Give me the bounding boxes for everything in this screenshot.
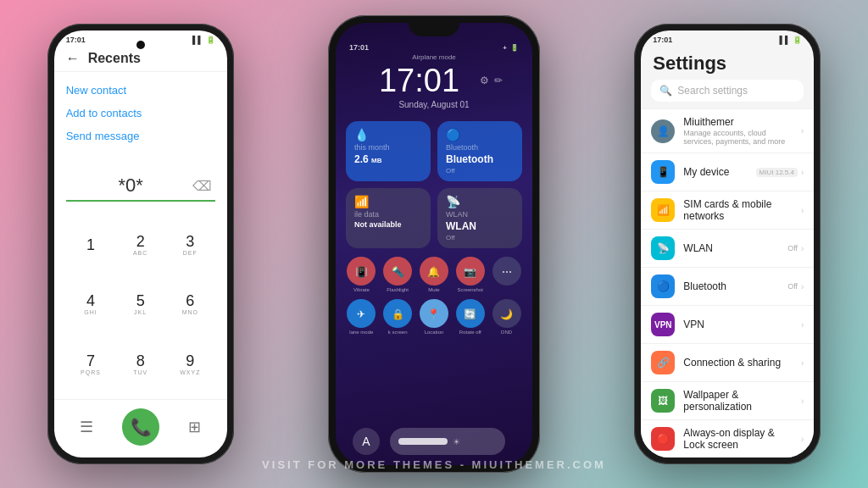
- device-chevron: ›: [801, 168, 804, 177]
- cc-search-button[interactable]: A: [353, 428, 380, 455]
- cc-brightness-control[interactable]: ☀: [390, 428, 505, 455]
- mute-icon: 🔔: [427, 266, 440, 278]
- wlan-content: WLAN: [683, 242, 779, 254]
- settings-item-account[interactable]: 👤 Miuithemer Manage accounts, cloud serv…: [641, 108, 814, 153]
- dial-letters-2: ABC: [133, 250, 147, 256]
- dial-key-7[interactable]: 7 PQRS: [66, 335, 116, 394]
- settings-item-wallpaper[interactable]: 🖼 Wallpaper & personalization ›: [641, 382, 814, 420]
- delete-button[interactable]: ⌫: [192, 178, 212, 194]
- bt-content: Bluetooth: [683, 280, 779, 292]
- cc-btn-dnd-col: 🌙 DND: [491, 299, 522, 335]
- settings-list: 👤 Miuithemer Manage accounts, cloud serv…: [641, 108, 814, 458]
- cc-btn-vibrate[interactable]: 📳: [347, 257, 376, 286]
- connection-chevron: ›: [801, 358, 804, 368]
- edit-icon[interactable]: ✏: [494, 75, 503, 86]
- dial-letters-3: DEF: [183, 250, 198, 256]
- cc-tile-data[interactable]: 💧 this month 2.6 MB: [346, 121, 431, 181]
- cc-btn-mute-col: 🔔 Mute: [419, 257, 450, 292]
- dial-key-9[interactable]: 9 WXYZ: [165, 335, 215, 394]
- dial-letters-6: MNO: [182, 309, 198, 315]
- wallpaper-settings-icon: 🖼: [651, 389, 675, 413]
- settings-title: Settings: [641, 46, 814, 80]
- cc-btn-mute[interactable]: 🔔: [420, 257, 448, 286]
- display-chevron: ›: [801, 435, 804, 444]
- cc-top-icon-row: ⚙ ✏: [480, 75, 503, 86]
- call-button[interactable]: 📞: [122, 408, 159, 446]
- dial-letters-5: JKL: [134, 309, 147, 315]
- signal-icon: ▌▌: [192, 36, 203, 44]
- menu-icon[interactable]: ☰: [80, 418, 93, 436]
- settings-search-bar[interactable]: 🔍 Search settings: [651, 80, 804, 102]
- bt-status: Off: [787, 282, 798, 291]
- bluetooth-icon: 🔵: [446, 128, 514, 141]
- settings-item-vpn[interactable]: VPN VPN ›: [641, 306, 814, 344]
- cc-btn-rotate[interactable]: 🔄: [456, 299, 485, 328]
- cc-tile-bluetooth[interactable]: 🔵 Bluetooth Bluetooth Off: [437, 121, 522, 181]
- vibrate-label: Vibrate: [353, 287, 370, 292]
- cc-buttons-row1: 📳 Vibrate 🔦 Flashlight 🔔 Mute 📷: [336, 253, 532, 296]
- cc-btn-screenshot[interactable]: 📷: [456, 257, 485, 286]
- display-settings-icon: 🔴: [651, 427, 675, 451]
- dial-key-3[interactable]: 3 DEF: [165, 215, 215, 274]
- extra-icon: ⋯: [502, 266, 512, 278]
- wlan-label: WLAN: [446, 210, 514, 219]
- dial-num-7: 7: [86, 353, 95, 369]
- airplane-icon: ✈: [357, 308, 365, 320]
- dial-num-8: 8: [136, 353, 145, 369]
- dial-num-4: 4: [86, 293, 95, 308]
- settings-item-wlan[interactable]: 📡 WLAN Off ›: [641, 230, 814, 268]
- phone-3-screen: 17:01 ▌▌ 🔋 Settings 🔍 Search settings 👤 …: [641, 30, 814, 458]
- vpn-content: VPN: [683, 319, 793, 330]
- dial-num-9: 9: [186, 353, 194, 369]
- cc-btn-airplane[interactable]: ✈: [347, 299, 376, 328]
- cc-btn-flashlight[interactable]: 🔦: [383, 257, 412, 286]
- watermark: VISIT FOR MORE THEMES - MIUITHEMER.COM: [262, 458, 606, 471]
- cc-status-icons: + 🔋: [503, 43, 519, 52]
- account-sub: Manage accounts, cloud services, payment…: [683, 129, 793, 146]
- cc-tiles: 💧 this month 2.6 MB 🔵 Bluetooth Bluetoot…: [336, 116, 532, 253]
- lock-icon: 🔒: [392, 308, 404, 320]
- dial-key-6[interactable]: 6 MNO: [165, 274, 215, 334]
- wlan-chevron: ›: [801, 244, 804, 253]
- back-arrow-icon[interactable]: ←: [66, 51, 80, 66]
- dial-num-1: 1: [86, 237, 95, 252]
- search-icon: 🔍: [659, 85, 672, 97]
- settings-item-display[interactable]: 🔴 Always-on display & Lock screen ›: [641, 420, 814, 458]
- settings-item-device[interactable]: 📱 My device MIUI 12.5.4 ›: [641, 153, 814, 191]
- cc-btn-extra[interactable]: ⋯: [492, 257, 521, 286]
- cc-btn-location[interactable]: 📍: [420, 299, 448, 328]
- device-content: My device: [683, 166, 747, 178]
- settings-item-bluetooth[interactable]: 🔵 Bluetooth Off ›: [641, 268, 814, 306]
- search-placeholder: Search settings: [677, 85, 748, 97]
- cc-btn-lock[interactable]: 🔒: [383, 299, 412, 328]
- settings-item-connection[interactable]: 🔗 Connection & sharing ›: [641, 344, 814, 382]
- status-right-icons-1: ▌▌ 🔋: [192, 36, 215, 44]
- cc-btn-dnd[interactable]: 🌙: [492, 299, 521, 328]
- wlan-value: WLAN: [446, 220, 514, 232]
- send-message-link[interactable]: Send message: [66, 130, 215, 142]
- cc-time-row: 17:01 ⚙ ✏: [336, 64, 532, 98]
- dial-key-4[interactable]: 4 GHI: [66, 274, 116, 334]
- dial-key-8[interactable]: 8 TUV: [115, 335, 165, 394]
- settings-icon[interactable]: ⚙: [480, 75, 489, 86]
- data-icon: 💧: [354, 128, 422, 141]
- cc-btn-rotate-col: 🔄 Rotate off: [454, 299, 486, 335]
- dial-num-3: 3: [186, 234, 194, 249]
- display-content: Always-on display & Lock screen: [683, 427, 793, 451]
- cc-btn-airplane-col: ✈ lane mode: [346, 299, 377, 335]
- cc-tile-mobile[interactable]: 📶 ile data Not available: [346, 188, 431, 248]
- cc-tile-wlan[interactable]: 📡 WLAN WLAN Off: [437, 188, 522, 248]
- dial-key-5[interactable]: 5 JKL: [115, 274, 165, 334]
- dial-key-1[interactable]: 1: [66, 215, 116, 274]
- device-right: MIUI 12.5.4 ›: [756, 168, 804, 177]
- settings-item-sim[interactable]: 📶 SIM cards & mobile networks ›: [641, 191, 814, 230]
- dialpad-icon[interactable]: ⊞: [188, 418, 201, 436]
- dnd-label: DND: [501, 330, 512, 335]
- add-to-contacts-link[interactable]: Add to contacts: [66, 107, 215, 119]
- new-contact-link[interactable]: New contact: [66, 84, 215, 97]
- vibrate-icon: 📳: [355, 266, 368, 278]
- account-icon: 👤: [651, 119, 675, 143]
- dialer-input[interactable]: *0*: [70, 175, 192, 197]
- bt-value: Bluetooth: [446, 153, 514, 165]
- dial-key-2[interactable]: 2 ABC: [115, 215, 165, 274]
